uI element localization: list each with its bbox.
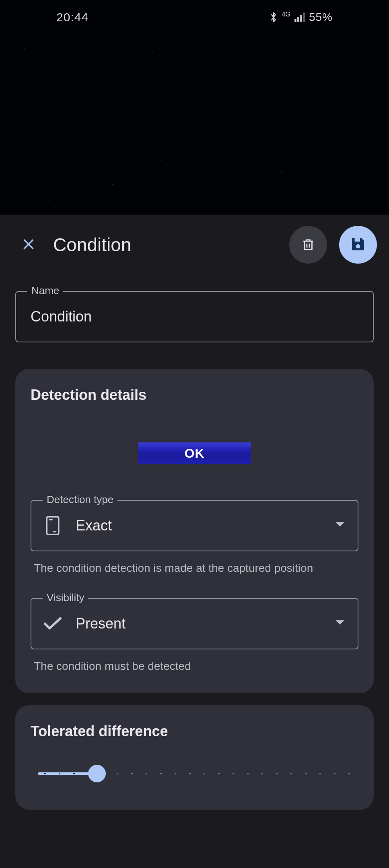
chevron-down-icon <box>334 619 346 628</box>
slider-track <box>38 772 351 775</box>
detection-card: Detection details OK Detection type Exac… <box>15 369 374 693</box>
svg-rect-7 <box>47 517 59 534</box>
visibility-helper: The condition must be detected <box>31 649 358 674</box>
capture-preview[interactable]: OK <box>15 407 374 500</box>
battery-percent: 55% <box>309 11 333 24</box>
detection-type-helper: The condition detection is made at the c… <box>31 551 358 575</box>
detection-title: Detection details <box>31 387 358 403</box>
close-button[interactable] <box>19 235 39 255</box>
check-icon <box>43 614 62 633</box>
detection-type-value: Exact <box>76 517 334 534</box>
status-right: 4G 55% <box>269 11 333 24</box>
svg-rect-0 <box>294 19 296 22</box>
form-area: Name Detection details OK Detection type… <box>0 275 389 868</box>
visibility-value: Present <box>76 615 334 632</box>
network-type-label: 4G <box>282 11 290 18</box>
status-bar: 20:44 4G 55% <box>0 0 389 34</box>
toolbar-title: Condition <box>53 234 277 256</box>
svg-rect-1 <box>297 17 299 22</box>
svg-point-6 <box>356 244 360 248</box>
name-input[interactable] <box>31 308 358 325</box>
slider-fill <box>38 772 94 775</box>
tolerance-slider[interactable] <box>31 762 358 786</box>
visibility-select[interactable]: Visibility Present <box>31 598 358 649</box>
delete-button[interactable] <box>289 226 327 264</box>
phone-icon <box>43 516 62 535</box>
name-field[interactable]: Name <box>15 291 374 342</box>
slider-thumb[interactable] <box>88 765 106 782</box>
save-icon <box>350 236 366 254</box>
detection-type-select[interactable]: Detection type Exact <box>31 500 358 551</box>
tolerance-card: Tolerated difference <box>15 705 374 810</box>
svg-rect-2 <box>300 15 302 22</box>
bluetooth-icon <box>269 11 278 24</box>
preview-snapshot: OK <box>138 442 251 464</box>
svg-rect-3 <box>303 12 305 22</box>
condition-sheet: Condition Name <box>0 215 389 868</box>
tolerance-title: Tolerated difference <box>31 723 358 740</box>
name-field-label: Name <box>27 285 63 297</box>
toolbar: Condition <box>0 215 389 275</box>
status-time: 20:44 <box>56 10 89 24</box>
chevron-down-icon <box>334 521 346 530</box>
svg-rect-5 <box>355 238 360 242</box>
visibility-label: Visibility <box>43 592 88 604</box>
signal-icon <box>294 12 305 22</box>
trash-icon <box>300 237 316 253</box>
detection-type-label: Detection type <box>43 493 117 506</box>
save-button[interactable] <box>339 226 377 264</box>
close-icon <box>21 237 36 253</box>
